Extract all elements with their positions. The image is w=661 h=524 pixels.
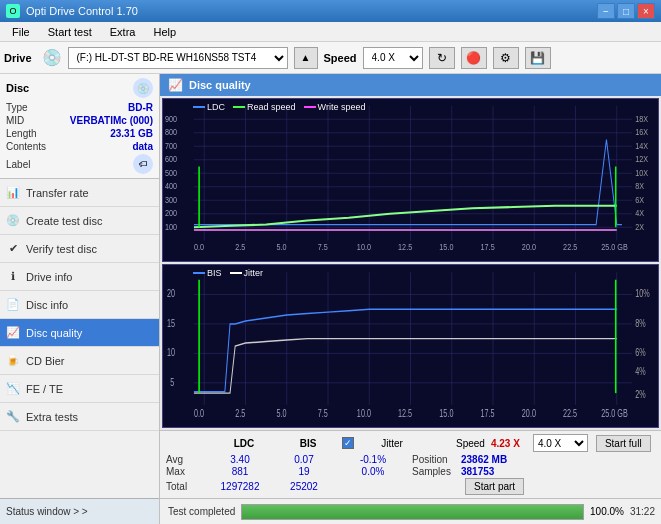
content-area: 📈 Disc quality LDC Read speed (160, 74, 661, 524)
sidebar-item-fe-te[interactable]: 📉 FE / TE (0, 375, 159, 403)
svg-text:10X: 10X (635, 167, 648, 178)
samples-label: Samples (412, 466, 457, 477)
max-label: Max (166, 466, 206, 477)
sidebar-item-extra-tests[interactable]: 🔧 Extra tests (0, 403, 159, 431)
max-bis: 19 (274, 466, 334, 477)
drive-select[interactable]: (F:) HL-DT-ST BD-RE WH16NS58 TST4 (68, 47, 288, 69)
svg-text:15.0: 15.0 (439, 241, 453, 252)
chart2-svg: 20 15 10 5 10% 8% 6% 4% 2% 0.0 2.5 5.0 7… (163, 265, 658, 427)
svg-text:8%: 8% (635, 318, 645, 330)
svg-text:10: 10 (167, 347, 175, 359)
disc-info-label: Disc info (26, 299, 68, 311)
svg-text:18X: 18X (635, 113, 648, 124)
svg-text:300: 300 (165, 194, 177, 205)
svg-text:22.5: 22.5 (563, 241, 577, 252)
eject-button[interactable]: ▲ (294, 47, 318, 69)
bis-legend-dot (193, 272, 205, 274)
speed-dropdown[interactable]: 4.0 X (533, 434, 588, 452)
svg-text:15.0: 15.0 (439, 407, 453, 419)
svg-text:600: 600 (165, 153, 177, 164)
menu-file[interactable]: File (4, 24, 38, 40)
length-label: Length (6, 128, 37, 139)
sidebar-item-drive-info[interactable]: ℹ Drive info (0, 263, 159, 291)
sidebar-item-disc-quality[interactable]: 📈 Disc quality (0, 319, 159, 347)
svg-text:10%: 10% (635, 288, 649, 300)
sidebar-item-verify-test-disc[interactable]: ✔ Verify test disc (0, 235, 159, 263)
svg-text:0.0: 0.0 (194, 407, 204, 419)
start-part-button[interactable]: Start part (465, 478, 524, 495)
avg-bis: 0.07 (274, 454, 334, 465)
bis-chart: BIS Jitter (162, 264, 659, 428)
start-full-button[interactable]: Start full (596, 435, 651, 452)
label-icon: 🏷 (133, 154, 153, 174)
jitter-checkbox[interactable]: ✓ (342, 437, 354, 449)
refresh-button[interactable]: ↻ (429, 47, 455, 69)
ldc-legend-item: LDC (193, 102, 225, 112)
chart1-legend: LDC Read speed Write speed (193, 102, 365, 112)
settings-button[interactable]: ⚙ (493, 47, 519, 69)
svg-text:10.0: 10.0 (357, 407, 371, 419)
extra-tests-label: Extra tests (26, 411, 78, 423)
svg-text:6X: 6X (635, 194, 644, 205)
sidebar-item-transfer-rate[interactable]: 📊 Transfer rate (0, 179, 159, 207)
svg-text:800: 800 (165, 126, 177, 137)
speed-static-label: Speed (456, 438, 485, 449)
window-controls: − □ × (597, 3, 655, 19)
menu-extra[interactable]: Extra (102, 24, 144, 40)
svg-text:8X: 8X (635, 180, 644, 191)
minimize-button[interactable]: − (597, 3, 615, 19)
maximize-button[interactable]: □ (617, 3, 635, 19)
sidebar-item-cd-bier[interactable]: 🍺 CD Bier (0, 347, 159, 375)
sidebar-item-disc-info[interactable]: 📄 Disc info (0, 291, 159, 319)
burn-button[interactable]: 🔴 (461, 47, 487, 69)
save-button[interactable]: 💾 (525, 47, 551, 69)
svg-text:12.5: 12.5 (398, 241, 412, 252)
menu-start-test[interactable]: Start test (40, 24, 100, 40)
disc-quality-icon: 📈 (6, 326, 20, 340)
disc-panel-icon: 💿 (133, 78, 153, 98)
ldc-chart: LDC Read speed Write speed (162, 98, 659, 262)
write-speed-legend-dot (304, 106, 316, 108)
cd-bier-icon: 🍺 (6, 354, 20, 368)
total-ldc: 1297282 (210, 481, 270, 492)
drive-icon: 💿 (42, 48, 62, 67)
total-label: Total (166, 481, 206, 492)
mid-value: VERBATIMc (000) (70, 115, 153, 126)
mid-label: MID (6, 115, 24, 126)
stats-total-row: Total 1297282 25202 Start part (166, 478, 524, 495)
svg-text:4X: 4X (635, 207, 644, 218)
verify-test-disc-icon: ✔ (6, 242, 20, 256)
svg-text:700: 700 (165, 140, 177, 151)
svg-text:500: 500 (165, 167, 177, 178)
sidebar-item-create-test-disc[interactable]: 💿 Create test disc (0, 207, 159, 235)
write-speed-legend-item: Write speed (304, 102, 366, 112)
jitter-legend-item: Jitter (230, 268, 264, 278)
speed-select[interactable]: 4.0 X (363, 47, 423, 69)
svg-text:20.0: 20.0 (522, 241, 536, 252)
quality-header: 📈 Disc quality (160, 74, 661, 96)
svg-text:22.5: 22.5 (563, 407, 577, 419)
progress-status: Test completed (168, 506, 235, 517)
progress-bar-inner (242, 505, 583, 519)
svg-text:16X: 16X (635, 126, 648, 137)
jitter-legend-label: Jitter (244, 268, 264, 278)
drive-bar: Drive 💿 (F:) HL-DT-ST BD-RE WH16NS58 TST… (0, 42, 661, 74)
disc-info-icon: 📄 (6, 298, 20, 312)
svg-text:15: 15 (167, 318, 175, 330)
write-speed-legend-label: Write speed (318, 102, 366, 112)
chart2-legend: BIS Jitter (193, 268, 263, 278)
speed-value: 4.23 X (491, 438, 529, 449)
max-ldc: 881 (210, 466, 270, 477)
avg-ldc: 3.40 (210, 454, 270, 465)
status-window-button[interactable]: Status window > > (0, 498, 159, 524)
menu-help[interactable]: Help (145, 24, 184, 40)
svg-text:200: 200 (165, 207, 177, 218)
jitter-checkbox-area: ✓ Jitter (342, 437, 452, 449)
close-button[interactable]: × (637, 3, 655, 19)
contents-label: Contents (6, 141, 46, 152)
avg-jitter: -0.1% (338, 454, 408, 465)
main-layout: Disc 💿 Type BD-R MID VERBATIMc (000) Len… (0, 74, 661, 524)
total-bis: 25202 (274, 481, 334, 492)
verify-test-disc-label: Verify test disc (26, 243, 97, 255)
disc-panel: Disc 💿 Type BD-R MID VERBATIMc (000) Len… (0, 74, 159, 179)
